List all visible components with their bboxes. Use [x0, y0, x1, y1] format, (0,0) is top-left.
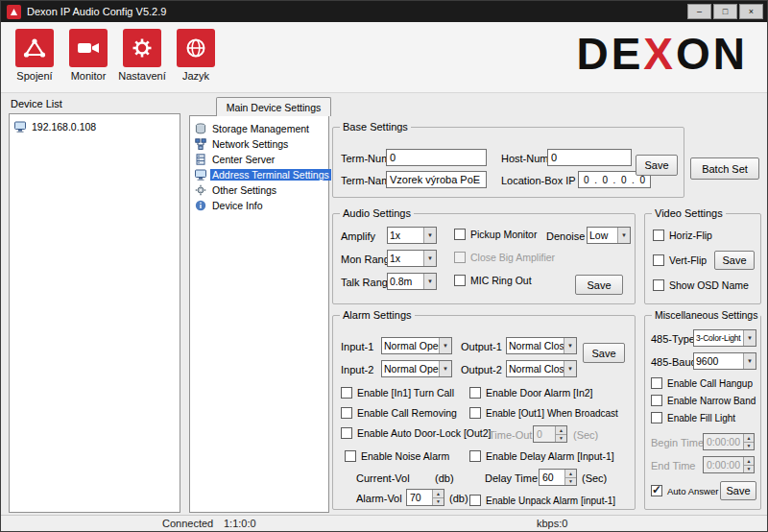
tab-main-device-settings[interactable]: Main Device Settings — [216, 97, 331, 116]
output1-value: Normal Close — [507, 340, 564, 351]
output2-label: Output-2 — [461, 364, 502, 375]
window-controls: – □ × — [687, 4, 763, 19]
mon-range-select[interactable]: 1x ▼ — [387, 250, 437, 267]
minimize-button[interactable]: – — [687, 4, 711, 19]
misc-save-button[interactable]: Save — [720, 481, 756, 500]
chevron-down-icon: ▼ — [617, 228, 630, 243]
tree-item-storage-management[interactable]: Storage Management — [195, 121, 328, 136]
input2-select[interactable]: Normal Open ▼ — [381, 360, 452, 377]
amplify-value: 1x — [388, 230, 423, 241]
video-settings-title: Video Settings — [652, 207, 726, 219]
tree-item-network-settings[interactable]: Network Settings — [195, 136, 328, 152]
spinner-up-icon: ▲ — [556, 426, 566, 435]
output1-select[interactable]: Normal Close ▼ — [506, 337, 577, 354]
enable-fill-light-checkbox[interactable]: Enable Fill Light — [651, 412, 735, 423]
enable-delay-alarm-checkbox[interactable]: Enable Delay Alarm [Input-1] — [469, 450, 614, 462]
checkbox-box — [345, 450, 356, 462]
vert-flip-checkbox[interactable]: Vert-Flip — [653, 254, 707, 266]
denoise-select[interactable]: Low ▼ — [587, 227, 631, 244]
base-save-button[interactable]: Save — [636, 155, 678, 176]
toolbar-button-monitor[interactable]: Monitor — [62, 29, 114, 82]
terminal-icon — [195, 169, 206, 181]
checkbox-box — [341, 407, 352, 419]
tree-item-device-info[interactable]: Device Info — [195, 198, 328, 213]
tree-item-label: Storage Management — [210, 123, 311, 134]
toolbar-button-spojeni[interactable]: Spojení — [9, 29, 60, 82]
input1-select[interactable]: Normal Open ▼ — [381, 337, 452, 354]
auto-answer-checkbox[interactable]: Auto Answer — [651, 485, 718, 496]
begin-time-label: Begin Time — [651, 437, 704, 448]
base-settings-group: Base Settings Term-Num Host-Num Term-Nam… — [332, 127, 684, 198]
485-baud-value: 9600 — [694, 355, 743, 367]
tree-item-other-settings[interactable]: Other Settings — [195, 182, 328, 198]
enable-noise-alarm-checkbox[interactable]: Enable Noise Alarm — [345, 450, 449, 462]
toolbar-button-nastaveni[interactable]: Nastavení — [116, 29, 168, 82]
horiz-flip-label: Horiz-Flip — [669, 230, 712, 241]
enable-unpack-alarm-checkbox[interactable]: Enable Unpack Alarm [input-1] — [469, 495, 615, 506]
host-num-label: Host-Num — [501, 153, 549, 164]
device-list-item[interactable]: 192.168.0.108 — [14, 119, 180, 134]
gear-icon — [195, 184, 206, 196]
enable-in1-turn-call-checkbox[interactable]: Enable [In1] Turn Call — [341, 387, 454, 399]
output2-value: Normal Close — [507, 363, 564, 375]
status-connected: Connected — [162, 518, 213, 529]
enable-unpack-alarm-label: Enable Unpack Alarm [input-1] — [486, 496, 615, 506]
denoise-label: Denoise — [546, 230, 585, 242]
talk-range-value: 0.8m — [388, 276, 423, 287]
term-num-input[interactable] — [386, 149, 487, 166]
tree-item-center-server[interactable]: Center Server — [195, 152, 328, 167]
mic-ring-out-checkbox[interactable]: MIC Ring Out — [454, 275, 532, 286]
tree-item-address-terminal-settings[interactable]: Address Terminal Settings — [195, 167, 328, 182]
chevron-down-icon: ▼ — [423, 251, 436, 266]
toolbar-button-jazyk[interactable]: Jazyk — [170, 29, 222, 82]
enable-auto-door-lock-checkbox[interactable]: Enable Auto Door-Lock [Out2] — [341, 427, 492, 439]
spinner-arrows: ▲ ▼ — [555, 426, 566, 442]
485-type-select[interactable]: 3-Color-Light ▼ — [693, 329, 756, 347]
spinner-up-icon: ▲ — [744, 457, 754, 466]
chevron-down-icon: ▼ — [564, 338, 576, 353]
alarm-vol-spinner[interactable]: 70 ▲ ▼ — [406, 489, 444, 506]
status-kbps: kbps:0 — [537, 518, 567, 529]
audio-save-button[interactable]: Save — [575, 275, 623, 295]
enable-out1-broadcast-checkbox[interactable]: Enable [Out1] When Broadcast — [469, 407, 618, 419]
denoise-value: Low — [588, 230, 617, 241]
batch-set-button[interactable]: Batch Set — [690, 157, 759, 180]
spinner-up-icon[interactable]: ▲ — [433, 490, 444, 498]
checkbox-box — [469, 495, 481, 506]
spinner-arrows: ▲ ▼ — [432, 490, 444, 505]
toolbar-label: Nastavení — [118, 70, 166, 82]
horiz-flip-checkbox[interactable]: Horiz-Flip — [653, 230, 712, 241]
maximize-button[interactable]: □ — [713, 4, 737, 19]
host-num-input[interactable] — [547, 149, 632, 166]
show-osd-name-checkbox[interactable]: Show OSD Name — [653, 279, 749, 291]
window-title: Dexon IP Audio Config V5.2.9 — [27, 6, 166, 17]
delay-time-spinner[interactable]: 60 ▲ ▼ — [539, 469, 577, 486]
talk-range-select[interactable]: 0.8m ▼ — [387, 273, 437, 290]
pickup-monitor-checkbox[interactable]: Pickup Monitor — [454, 229, 537, 240]
network-icon — [195, 138, 206, 150]
enable-call-removing-checkbox[interactable]: Enable Call Removing — [341, 407, 457, 419]
output2-select[interactable]: Normal Close ▼ — [506, 360, 577, 377]
485-baud-select[interactable]: 9600 ▼ — [693, 352, 756, 370]
delay-time-unit: (Sec) — [582, 472, 607, 484]
misc-settings-group: Miscellaneous Settings 485-Type 3-Color-… — [644, 315, 761, 510]
video-save-button[interactable]: Save — [714, 251, 755, 270]
logo-x: X — [643, 29, 676, 79]
spinner-arrows: ▲ ▼ — [743, 457, 754, 472]
tree-item-label: Center Server — [210, 154, 276, 165]
close-button[interactable]: × — [739, 4, 763, 19]
tree-item-label: Address Terminal Settings — [210, 169, 331, 181]
checkbox-box — [653, 279, 664, 291]
485-type-value: 3-Color-Light — [694, 333, 743, 343]
tree-item-label: Network Settings — [210, 138, 290, 150]
alarm-save-button[interactable]: Save — [583, 343, 625, 363]
enable-call-hangup-checkbox[interactable]: Enable Call Hangup — [651, 377, 753, 389]
enable-in1-turn-call-label: Enable [In1] Turn Call — [357, 387, 454, 399]
amplify-select[interactable]: 1x ▼ — [387, 227, 437, 244]
spinner-down-icon[interactable]: ▼ — [433, 498, 444, 506]
spinner-up-icon[interactable]: ▲ — [565, 470, 576, 478]
spinner-down-icon[interactable]: ▼ — [565, 478, 576, 486]
enable-door-alarm-checkbox[interactable]: Enable Door Alarm [In2] — [469, 387, 592, 399]
enable-narrow-band-checkbox[interactable]: Enable Narrow Band — [651, 395, 756, 406]
term-name-input[interactable] — [386, 171, 487, 188]
